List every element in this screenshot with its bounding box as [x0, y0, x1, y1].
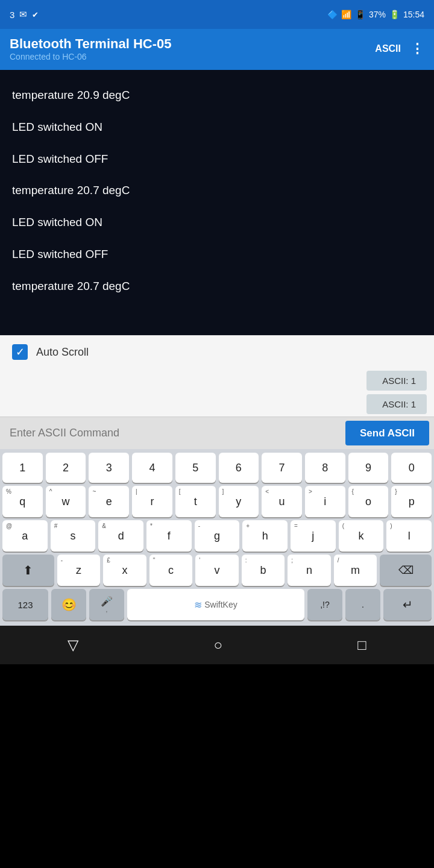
keyboard-number-row: 1 2 3 4 5 6 7 8 9 0 — [2, 453, 432, 483]
period-key[interactable]: . — [345, 589, 380, 620]
auto-scroll-checkbox[interactable]: ✓ — [12, 344, 28, 360]
check-icon: ✔ — [32, 10, 39, 19]
app-bar: Bluetooth Terminal HC-05 Connected to HC… — [0, 29, 434, 70]
recents-nav-button[interactable]: □ — [357, 637, 366, 653]
terminal-line-4: LED switched ON — [12, 207, 422, 239]
keyboard-row-1: %q ^w ~e |r [t ]y <u >i {o }p — [2, 486, 432, 517]
status-bar: 3 ✉ ✔ 🔷 📶 📱 37% 🔋 15:54 — [0, 0, 434, 29]
signal-icon: 📱 — [355, 10, 365, 19]
key-m[interactable]: /m — [334, 555, 377, 586]
key-h[interactable]: +h — [242, 520, 288, 552]
send-ascii-button[interactable]: Send ASCII — [345, 421, 429, 445]
auto-scroll-label: Auto Scroll — [36, 346, 89, 359]
back-nav-button[interactable]: ▽ — [68, 637, 78, 653]
keyboard-row-2: @a #s &d *f -g +h =j (k )l — [2, 520, 432, 552]
symbols-key[interactable]: ,!? — [307, 589, 342, 620]
key-e[interactable]: ~e — [89, 486, 129, 517]
terminal-line-6: temperature 20.7 degC — [12, 271, 422, 303]
bluetooth-icon: 🔷 — [327, 10, 338, 19]
keyboard: 1 2 3 4 5 6 7 8 9 0 %q ^w ~e |r [t ]y <u… — [0, 449, 434, 626]
key-4[interactable]: 4 — [132, 453, 172, 483]
swiftkey-logo: ≋ SwiftKey — [194, 599, 237, 611]
key-n[interactable]: ;n — [288, 555, 330, 586]
key-0[interactable]: 0 — [391, 453, 432, 483]
key-3[interactable]: 3 — [89, 453, 129, 483]
ascii-command-input[interactable] — [0, 417, 345, 449]
key-q[interactable]: %q — [2, 486, 43, 517]
app-subtitle: Connected to HC-06 — [10, 52, 172, 61]
emoji-key[interactable]: 😊 — [51, 589, 86, 620]
quick-send-button-1[interactable]: ASCII: 1 — [366, 371, 427, 391]
notification-count: 3 — [10, 10, 14, 20]
terminal-output: temperature 20.9 degC LED switched ON LE… — [0, 70, 434, 335]
key-b[interactable]: :b — [242, 555, 285, 586]
ascii-mode-button[interactable]: ASCII — [375, 43, 401, 54]
terminal-line-2: LED switched OFF — [12, 143, 422, 175]
key-d[interactable]: &d — [98, 520, 143, 552]
overflow-menu-button[interactable]: ⋮ — [410, 41, 424, 57]
terminal-line-5: LED switched OFF — [12, 239, 422, 271]
mail-icon: ✉ — [19, 9, 27, 20]
key-7[interactable]: 7 — [262, 453, 302, 483]
input-row: Send ASCII — [0, 417, 434, 449]
auto-scroll-bar: ✓ Auto Scroll — [0, 335, 434, 368]
key-x[interactable]: £x — [103, 555, 146, 586]
numbers-switch-key[interactable]: 123 — [2, 589, 48, 620]
checkbox-check-icon: ✓ — [16, 345, 25, 359]
status-right: 🔷 📶 📱 37% 🔋 15:54 — [327, 10, 424, 19]
time-display: 15:54 — [403, 10, 424, 19]
home-nav-button[interactable]: ○ — [213, 637, 222, 653]
key-i[interactable]: >i — [305, 486, 345, 517]
key-z[interactable]: -z — [57, 555, 100, 586]
key-f[interactable]: *f — [146, 520, 192, 552]
terminal-line-1: LED switched ON — [12, 112, 422, 143]
key-1[interactable]: 1 — [2, 453, 43, 483]
key-r[interactable]: |r — [132, 486, 172, 517]
shift-key[interactable]: ⬆ — [2, 555, 54, 586]
key-u[interactable]: <u — [262, 486, 302, 517]
key-2[interactable]: 2 — [46, 453, 86, 483]
quick-buttons-panel: ASCII: 1 ASCII: 1 — [0, 368, 434, 417]
key-5[interactable]: 5 — [175, 453, 216, 483]
keyboard-bottom-row: 123 😊 🎤 , ≋ SwiftKey ,!? . ↵ — [2, 589, 432, 620]
key-j[interactable]: =j — [291, 520, 336, 552]
key-w[interactable]: ^w — [46, 486, 86, 517]
key-v[interactable]: 'v — [195, 555, 238, 586]
app-bar-right: ASCII ⋮ — [375, 41, 424, 57]
enter-key[interactable]: ↵ — [383, 589, 432, 620]
backspace-key[interactable]: ⌫ — [380, 555, 432, 586]
mic-key[interactable]: 🎤 , — [89, 589, 124, 620]
terminal-line-0: temperature 20.9 degC — [12, 80, 422, 112]
key-g[interactable]: -g — [195, 520, 240, 552]
key-s[interactable]: #s — [51, 520, 96, 552]
keyboard-row-3: ⬆ -z £x "c 'v :b ;n /m ⌫ — [2, 555, 432, 586]
battery-icon: 🔋 — [389, 10, 400, 19]
key-9[interactable]: 9 — [348, 453, 389, 483]
battery-level: 37% — [369, 10, 386, 19]
key-y[interactable]: ]y — [219, 486, 259, 517]
terminal-line-3: temperature 20.7 degC — [12, 175, 422, 207]
status-left: 3 ✉ ✔ — [10, 9, 39, 20]
app-title: Bluetooth Terminal HC-05 — [10, 36, 172, 52]
key-a[interactable]: @a — [2, 520, 48, 552]
key-o[interactable]: {o — [348, 486, 389, 517]
key-t[interactable]: [t — [175, 486, 216, 517]
key-k[interactable]: (k — [339, 520, 384, 552]
space-key[interactable]: ≋ SwiftKey — [127, 589, 304, 620]
key-8[interactable]: 8 — [305, 453, 345, 483]
key-l[interactable]: )l — [386, 520, 432, 552]
key-p[interactable]: }p — [391, 486, 432, 517]
nav-bar: ▽ ○ □ — [0, 626, 434, 664]
quick-send-button-2[interactable]: ASCII: 1 — [366, 394, 427, 414]
key-c[interactable]: "c — [149, 555, 192, 586]
wifi-icon: 📶 — [341, 10, 351, 19]
key-6[interactable]: 6 — [219, 453, 259, 483]
app-bar-left: Bluetooth Terminal HC-05 Connected to HC… — [10, 36, 172, 61]
